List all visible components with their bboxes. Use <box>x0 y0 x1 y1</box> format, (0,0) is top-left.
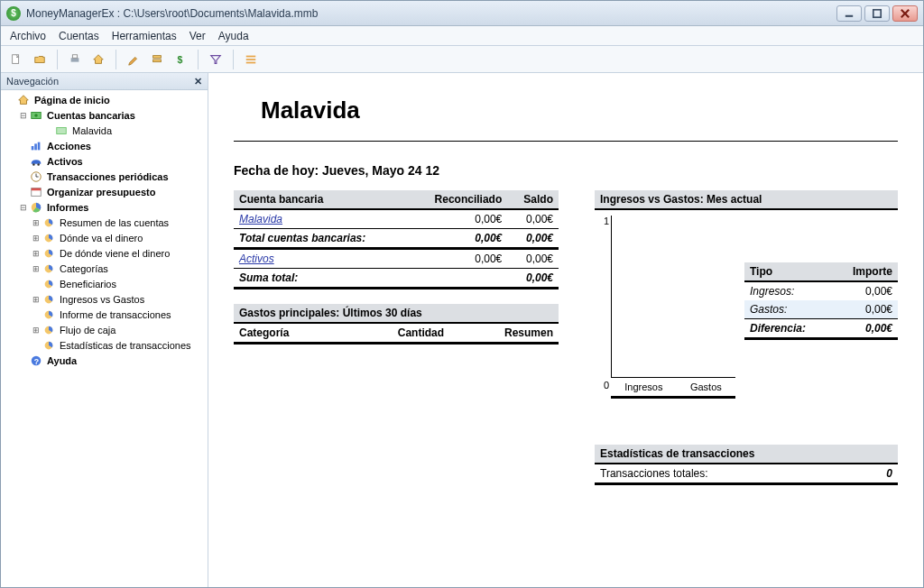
filter-button[interactable] <box>206 50 226 69</box>
tree-node-report-income-source[interactable]: ⊞De dónde viene el dinero <box>26 245 208 261</box>
tree-collapse-icon[interactable]: ⊟ <box>17 203 29 212</box>
chart-plot <box>611 216 735 378</box>
svg-marker-11 <box>211 55 221 63</box>
account-balance: 0,00€ <box>507 209 559 229</box>
chart-y-axis: 1 0 <box>595 210 611 409</box>
close-button[interactable] <box>892 5 918 22</box>
menu-herramientas[interactable]: Herramientas <box>112 30 177 42</box>
tree-node-report-payees[interactable]: ▪Beneficiarios <box>26 276 208 291</box>
svg-rect-9 <box>153 60 162 62</box>
pie-icon <box>42 231 56 245</box>
tree-collapse-icon[interactable]: ⊟ <box>17 111 29 120</box>
options-icon <box>245 53 257 66</box>
tree-node-report-income-expense[interactable]: ⊞Ingresos vs Gastos <box>26 291 208 307</box>
chart-column: Ingresos vs Gastos: Mes actual 1 0 <box>595 190 898 485</box>
tree-label: Beneficiarios <box>60 279 116 289</box>
summary-mini-table: Tipo Importe Ingresos: 0,00€ Gastos: 0,0… <box>744 262 898 340</box>
tree-node-report-transactions[interactable]: ▪Informe de transacciones <box>26 307 208 322</box>
assets-link[interactable]: Activos <box>234 249 408 269</box>
print-button[interactable] <box>65 50 85 69</box>
window-title: MoneyManagerEx : C:\Users\root\Documents… <box>26 7 318 20</box>
tree-expand-icon[interactable]: ⊞ <box>30 234 42 243</box>
svg-rect-13 <box>246 59 256 60</box>
navigation-close-button[interactable]: ✕ <box>194 76 202 87</box>
menu-cuentas[interactable]: Cuentas <box>59 30 99 42</box>
tree-label: Cuentas bancarias <box>47 110 135 121</box>
tree-expand-icon[interactable]: ⊞ <box>30 218 42 227</box>
tree-label: Ingresos vs Gastos <box>60 294 144 305</box>
tree-node-bank-accounts[interactable]: ⊟ Cuentas bancarias <box>14 107 208 123</box>
tree-node-account-malavida[interactable]: ▪ Malavida <box>39 123 208 138</box>
content-split: Navegación ✕ ▪ Página de inicio <box>1 73 923 587</box>
options-button[interactable] <box>241 50 261 69</box>
svg-rect-19 <box>32 146 34 150</box>
menubar: Archivo Cuentas Herramientas Ver Ayuda <box>1 26 923 46</box>
print-icon <box>69 53 81 66</box>
pie-icon <box>42 292 56 307</box>
chart-icon <box>29 139 43 153</box>
tree-label: Dónde va el dinero <box>60 233 143 243</box>
accounts-total-reconciled: 0,00€ <box>408 229 507 249</box>
tree-expand-icon[interactable]: ⊞ <box>30 326 42 335</box>
home-icon <box>92 53 105 66</box>
mini-row-gastos-value: 0,00€ <box>832 300 898 319</box>
tree-label: Informe de transacciones <box>60 309 171 320</box>
svg-rect-18 <box>57 127 67 133</box>
svg-rect-6 <box>72 54 77 58</box>
sum-total-label: Suma total: <box>234 269 408 289</box>
pie-icon <box>42 338 56 353</box>
navigation-header: Navegación ✕ <box>1 73 208 90</box>
tree-node-recurring[interactable]: ▪ Transacciones periódicas <box>14 169 208 184</box>
menu-ver[interactable]: Ver <box>189 30 206 42</box>
minimize-button[interactable] <box>836 5 862 22</box>
currency-button[interactable]: $ <box>171 50 190 69</box>
tree-node-assets[interactable]: ▪ Activos <box>14 153 208 169</box>
assets-reconciled: 0,00€ <box>408 249 507 269</box>
top-expenses-col-qty: Cantidad <box>345 323 449 344</box>
tree-node-report-spending[interactable]: ⊞Dónde va el dinero <box>26 230 208 245</box>
tree-label: Informes <box>47 202 88 213</box>
tree-node-help[interactable]: ▪ ? Ayuda <box>14 353 208 368</box>
tree-expand-icon[interactable]: ⊞ <box>30 295 42 304</box>
svg-rect-14 <box>246 61 256 63</box>
tree-expand-icon[interactable]: ⊞ <box>30 264 42 273</box>
navigation-tree[interactable]: ▪ Página de inicio ⊟ Cuentas bancarias <box>1 90 208 587</box>
account-link-malavida[interactable]: Malavida <box>234 209 408 229</box>
sum-total-value: 0,00€ <box>507 269 559 289</box>
assets-balance: 0,00€ <box>507 249 559 269</box>
tree-node-home[interactable]: ▪ Página de inicio <box>1 92 208 107</box>
accounts-col-balance: Saldo <box>507 190 559 209</box>
tree-expand-icon[interactable]: ⊞ <box>30 249 42 258</box>
chart-y-bottom: 0 <box>604 380 609 390</box>
tree-node-actions[interactable]: ▪ Acciones <box>14 138 208 153</box>
main-content: Malavida Fecha de hoy: Jueves, Mayo 24 1… <box>208 73 923 587</box>
navigation-panel: Navegación ✕ ▪ Página de inicio <box>1 73 208 587</box>
menu-archivo[interactable]: Archivo <box>10 30 46 42</box>
tree-node-report-summary[interactable]: ⊞Resumen de las cuentas <box>26 215 208 230</box>
maximize-button[interactable] <box>864 5 890 22</box>
tree-node-budget[interactable]: ▪ Organizar presupuesto <box>14 184 208 199</box>
accounts-table: Cuenta bancaria Reconciliado Saldo Malav… <box>234 190 559 289</box>
tree-node-reports[interactable]: ⊟ Informes <box>14 199 208 215</box>
navigation-title: Navegación <box>6 76 59 87</box>
new-file-button[interactable] <box>6 50 26 69</box>
top-expenses-table: Gastos principales: Últimos 30 días Cate… <box>234 304 559 345</box>
tree-node-report-categories[interactable]: ⊞Categorías <box>26 261 208 276</box>
app-icon: $ <box>6 6 21 21</box>
top-expenses-col-category: Categoría <box>234 323 345 344</box>
tree-label: Flujo de caja <box>60 325 116 335</box>
home-button[interactable] <box>88 50 108 69</box>
menu-ayuda[interactable]: Ayuda <box>218 30 249 42</box>
titlebar: $ MoneyManagerEx : C:\Users\root\Documen… <box>1 1 923 26</box>
window-controls <box>836 5 918 22</box>
mini-row-gastos-label: Gastos: <box>744 300 832 319</box>
svg-point-23 <box>37 163 39 165</box>
tree-node-report-cashflow[interactable]: ⊞Flujo de caja <box>26 322 208 337</box>
account-list-button[interactable] <box>147 50 167 69</box>
tree-label: Página de inicio <box>34 95 110 106</box>
edit-account-button[interactable] <box>124 50 143 69</box>
pie-icon <box>42 262 56 276</box>
tree-node-report-stats[interactable]: ▪Estadísticas de transacciones <box>26 337 208 353</box>
open-file-button[interactable] <box>30 50 50 69</box>
svg-rect-1 <box>873 9 881 16</box>
